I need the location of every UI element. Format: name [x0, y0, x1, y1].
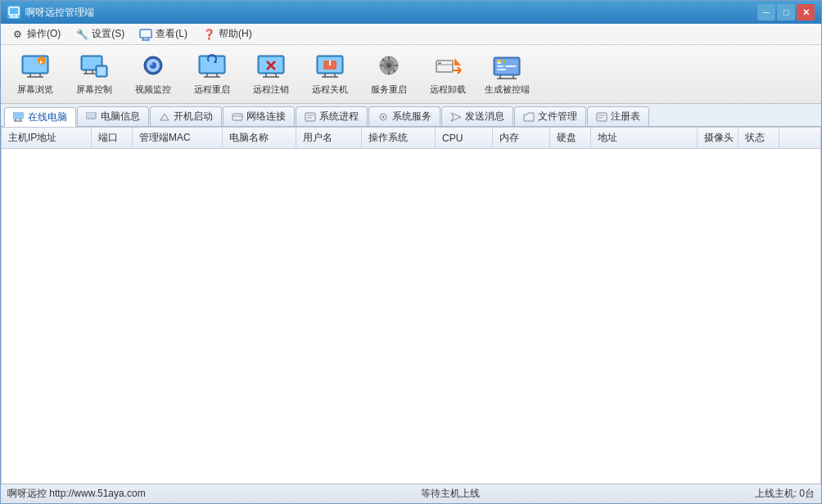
- tab-send-msg[interactable]: 发送消息: [441, 106, 513, 126]
- menu-view[interactable]: 查看(L): [133, 25, 194, 43]
- remote-cancel-icon: [256, 53, 286, 82]
- svg-rect-26: [201, 57, 224, 72]
- tab-bar: 在线电脑 电脑信息 开机启动 网络连接: [1, 104, 821, 127]
- svg-marker-57: [454, 58, 461, 65]
- status-waiting: 等待主机上线: [421, 487, 480, 501]
- remote-cancel-label: 远程注销: [253, 84, 289, 95]
- remote-reboot-icon: [197, 53, 227, 82]
- col-header-status: 状态: [738, 128, 779, 148]
- menu-operation[interactable]: ⚙ 操作(O): [4, 25, 67, 43]
- tab-file-mgr[interactable]: 文件管理: [514, 106, 586, 126]
- tab-pc-info-icon: [86, 112, 97, 122]
- col-header-addr: 地址: [591, 128, 698, 148]
- screen-browse-icon: [20, 53, 50, 82]
- svg-rect-48: [388, 56, 390, 60]
- remote-unload-button[interactable]: 远程卸载: [420, 49, 476, 100]
- tab-file-mgr-icon: [523, 112, 535, 122]
- gen-terminal-icon: [492, 53, 522, 82]
- tab-registry-icon: [596, 112, 607, 122]
- app-icon: [7, 6, 20, 19]
- title-bar: 啊呀远控管理端 ─ □ ✕: [1, 1, 821, 24]
- tab-network-icon: [232, 112, 243, 122]
- tab-send-msg-icon: [450, 112, 462, 122]
- tab-registry[interactable]: 注册表: [587, 106, 649, 126]
- svg-point-85: [382, 115, 385, 118]
- svg-rect-73: [14, 113, 22, 118]
- gen-terminal-label: 生成被控端: [485, 84, 530, 95]
- tab-pc-info[interactable]: 电脑信息: [77, 106, 149, 126]
- svg-rect-51: [395, 65, 398, 66]
- remote-shutdown-button[interactable]: 远程关机: [302, 49, 358, 100]
- svg-rect-78: [87, 113, 95, 118]
- tab-online-pc[interactable]: 在线电脑: [4, 107, 76, 127]
- minimize-button[interactable]: ─: [757, 4, 775, 20]
- screen-control-button[interactable]: 屏幕控制: [66, 49, 122, 100]
- svg-rect-65: [497, 65, 504, 67]
- tab-processes-icon: [305, 112, 316, 122]
- col-header-os: 操作系统: [362, 128, 436, 148]
- main-content-area: 主机IP地址 端口 管理端MAC 电脑名称 用户名 操作系统 CPU 内存 硬盘…: [1, 127, 821, 487]
- title-controls: ─ □ ✕: [757, 4, 815, 20]
- tab-online-pc-icon: [13, 112, 25, 122]
- settings-icon: 🔧: [75, 28, 88, 41]
- table-body: [2, 149, 820, 486]
- remote-shutdown-label: 远程关机: [312, 84, 348, 95]
- svg-rect-0: [9, 7, 19, 15]
- video-monitor-button[interactable]: 视频监控: [125, 49, 181, 100]
- service-reboot-icon: [374, 53, 404, 82]
- screen-browse-label: 屏幕浏览: [17, 84, 53, 95]
- service-reboot-button[interactable]: 服务重启: [361, 49, 417, 100]
- gen-terminal-button[interactable]: 生成被控端: [479, 49, 535, 100]
- remote-reboot-button[interactable]: 远程重启: [184, 49, 240, 100]
- svg-point-64: [503, 60, 506, 63]
- svg-rect-56: [438, 62, 441, 64]
- svg-rect-67: [497, 69, 506, 70]
- menu-settings[interactable]: 🔧 设置(S): [69, 25, 131, 43]
- svg-rect-86: [597, 113, 607, 121]
- menu-bar: ⚙ 操作(O) 🔧 设置(S) 查看(L) ❓ 帮助(H): [1, 24, 821, 45]
- view-icon: [139, 28, 152, 41]
- tab-startup[interactable]: 开机启动: [150, 106, 222, 126]
- remote-reboot-label: 远程重启: [194, 84, 230, 95]
- svg-rect-4: [140, 29, 151, 38]
- screen-control-label: 屏幕控制: [76, 84, 112, 95]
- toolbar: 屏幕浏览 屏幕控制: [1, 45, 821, 104]
- col-header-port: 端口: [92, 128, 133, 148]
- col-header-pcname: 电脑名称: [223, 128, 296, 148]
- title-bar-left: 啊呀远控管理端: [7, 6, 94, 20]
- col-header-mem: 内存: [493, 128, 550, 148]
- service-reboot-label: 服务重启: [371, 84, 407, 95]
- col-header-cam: 摄像头: [698, 128, 738, 148]
- svg-point-47: [386, 63, 391, 68]
- svg-rect-81: [305, 113, 315, 121]
- screen-control-icon: [79, 53, 109, 82]
- remote-unload-icon: [433, 53, 463, 82]
- screen-browse-button[interactable]: 屏幕浏览: [7, 49, 63, 100]
- col-header-user: 用户名: [296, 128, 362, 148]
- remote-cancel-button[interactable]: 远程注销: [243, 49, 299, 100]
- tab-services[interactable]: 系统服务: [368, 106, 440, 126]
- col-header-ip: 主机IP地址: [2, 128, 92, 148]
- help-icon: ❓: [202, 28, 215, 41]
- table-header: 主机IP地址 端口 管理端MAC 电脑名称 用户名 操作系统 CPU 内存 硬盘…: [2, 128, 820, 149]
- maximize-button[interactable]: □: [777, 4, 795, 20]
- svg-rect-49: [388, 71, 390, 74]
- svg-rect-79: [233, 114, 242, 120]
- close-button[interactable]: ✕: [797, 4, 815, 20]
- menu-help[interactable]: ❓ 帮助(H): [196, 25, 259, 43]
- status-bar: 啊呀远控 http://www.51aya.com 等待主机上线 上线主机: 0…: [1, 484, 821, 503]
- col-header-disk: 硬盘: [550, 128, 591, 148]
- status-online-count: 上线主机: 0台: [755, 487, 815, 501]
- video-monitor-icon: [138, 53, 168, 82]
- svg-point-24: [151, 62, 153, 65]
- tab-processes[interactable]: 系统进程: [296, 106, 368, 126]
- video-monitor-label: 视频监控: [135, 84, 171, 95]
- remote-unload-label: 远程卸载: [430, 84, 466, 95]
- svg-rect-68: [497, 62, 501, 64]
- app-window: 啊呀远控管理端 ─ □ ✕ ⚙ 操作(O) 🔧 设置(S): [0, 0, 822, 504]
- svg-point-13: [38, 56, 46, 65]
- window-title: 啊呀远控管理端: [25, 6, 94, 20]
- tab-network[interactable]: 网络连接: [223, 106, 295, 126]
- col-header-mac: 管理端MAC: [133, 128, 223, 148]
- operation-icon: ⚙: [11, 28, 24, 41]
